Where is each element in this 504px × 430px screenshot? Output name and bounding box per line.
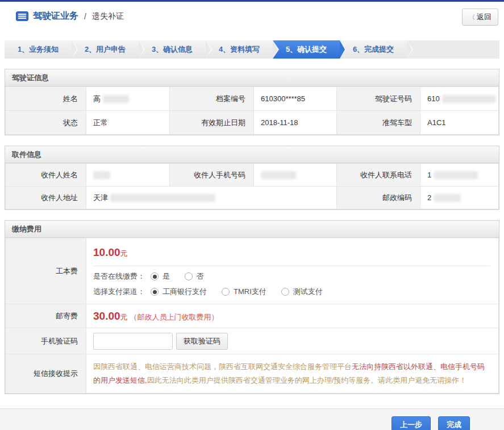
step-3-confirm-info[interactable]: 3、确认信息 [139,40,206,59]
recipient-phone-label: 收件人联系电话 [337,164,420,187]
radio-unselected-icon [185,272,193,280]
redacted-value [103,95,129,103]
postal-code-value: 2 [420,187,499,209]
payment-panel: 缴纳费用 工本费 10.00元 是否在线缴费： 是 否 选择支付渠道： 工商银行… [5,220,499,394]
recipient-mobile-label: 收件人手机号码 [170,164,254,187]
table-row: 收件人姓名 收件人手机号码 收件人联系电话 1 [6,164,499,187]
license-number-value: 610 [420,87,499,111]
redacted-value [442,95,496,103]
file-number-label: 档案编号 [170,87,254,111]
radio-selected-icon [151,288,159,296]
name-label: 姓名 [6,87,86,111]
sms-code-label: 手机验证码 [6,328,86,354]
table-row: 姓名 高 档案编号 610300****85 驾驶证号码 610 [6,87,499,111]
prev-step-button[interactable]: 上一步 [391,416,431,430]
finish-button[interactable]: 完成 [438,416,470,430]
table-row: 收件人地址 天津 邮政编码 2 [6,187,499,209]
expiry-date-value: 2018-11-18 [254,111,337,135]
redacted-value [110,194,215,202]
pickup-info-title: 取件信息 [5,146,499,163]
sms-notice-label: 短信接收提示 [6,354,86,394]
status-label: 状态 [6,111,86,135]
online-pay-question: 是否在线缴费： [93,271,145,282]
back-label: 返回 [477,13,491,21]
mail-fee-note: （邮政人员上门收取费用） [130,313,219,321]
table-row: 短信接收提示 因陕西省联通、电信运营商技术问题，陕西省互联网交通安全综合服务管理… [6,354,499,394]
expiry-date-label: 有效期止日期 [170,111,254,135]
postal-code-label: 邮政编码 [337,187,420,209]
file-number-value: 610300****85 [254,87,337,111]
sms-notice-text: 因陕西省联通、电信运营商技术问题，陕西省互联网交通安全综合服务管理平台无法向持陕… [86,354,499,394]
radio-channel-tmri[interactable]: TMRI支付 [222,287,266,297]
radio-channel-test[interactable]: 测试支付 [281,287,323,297]
radio-unselected-icon [281,288,289,296]
recipient-name-label: 收件人姓名 [6,164,86,187]
back-chevron-icon: 〈 [469,14,475,20]
wizard-filler [407,40,499,59]
breadcrumb-current: 遗失补证 [92,11,124,22]
vehicle-class-value: A1C1 [420,111,499,135]
mail-fee-label: 邮寄费 [6,304,86,328]
mail-fee-amount: 30.00 [93,310,120,322]
radio-unselected-icon [222,288,230,296]
license-info-panel: 驾驶证信息 姓名 高 档案编号 610300****85 驾驶证号码 610 状… [5,69,499,135]
sms-code-input[interactable] [93,333,173,350]
payment-title: 缴纳费用 [5,221,499,238]
redacted-value [261,171,296,179]
sms-code-cell: 获取验证码 [86,328,499,354]
recipient-address-value: 天津 [86,187,337,209]
production-fee-label: 工本费 [6,238,86,304]
step-wizard: 1、业务须知 2、用户申告 3、确认信息 4、资料填写 5、确认提交 6、完成提… [5,40,499,59]
recipient-name-value [86,164,170,187]
redacted-value [434,171,478,179]
status-value: 正常 [86,111,170,135]
production-fee-unit: 元 [120,249,128,258]
notice-segment: 因此无法向此类用户提供陕西省交通管理业务的网上办理/预约等服务。请此类用户避免无… [147,376,467,384]
radio-selected-icon [151,272,159,280]
list-icon [16,11,28,21]
pickup-info-panel: 取件信息 收件人姓名 收件人手机号码 收件人联系电话 1 收件人地址 天津 邮政… [5,146,499,210]
name-value: 高 [86,87,170,111]
radio-online-yes[interactable]: 是 [151,271,170,282]
step-6-complete-submit[interactable]: 6、完成提交 [340,40,407,59]
notice-segment: 因陕西省联通、电信运营商技术问题，陕西省互联网交通安全综合服务管理平台 [93,362,352,371]
table-row: 手机验证码 获取验证码 [6,328,499,354]
production-fee-amount: 10.00 [93,246,120,258]
footer-bar: 上一步 完成 [0,408,504,430]
recipient-mobile-value [254,164,337,187]
recipient-address-label: 收件人地址 [6,187,86,209]
table-row: 状态 正常 有效期止日期 2018-11-18 准驾车型 A1C1 [6,111,499,135]
breadcrumb-separator: / [84,12,86,21]
page-title: 驾驶证业务 [33,10,78,22]
recipient-phone-value: 1 [420,164,499,187]
get-code-button[interactable]: 获取验证码 [176,333,228,350]
step-2-user-declaration[interactable]: 2、用户申告 [72,40,139,59]
production-fee-cell: 10.00元 是否在线缴费： 是 否 选择支付渠道： 工商银行支付 TMRI支付… [86,238,499,304]
radio-online-no[interactable]: 否 [185,271,204,282]
step-4-fill-data[interactable]: 4、资料填写 [206,40,273,59]
table-row: 邮寄费 30.00元（邮政人员上门收取费用） [6,304,499,328]
table-row: 工本费 10.00元 是否在线缴费： 是 否 选择支付渠道： 工商银行支付 TM… [6,238,499,304]
redacted-value [93,171,110,179]
radio-channel-icbc[interactable]: 工商银行支付 [151,287,207,297]
pay-channel-question: 选择支付渠道： [93,287,145,297]
page-header: 驾驶证业务 / 遗失补证 〈返回 [0,2,504,31]
mail-fee-unit: 元 [120,313,128,321]
mail-fee-cell: 30.00元（邮政人员上门收取费用） [86,304,499,328]
step-5-confirm-submit[interactable]: 5、确认提交 [273,40,340,59]
redacted-value [434,194,461,202]
license-number-label: 驾驶证号码 [337,87,420,111]
step-1-business-notice[interactable]: 1、业务须知 [5,40,72,59]
back-button[interactable]: 〈返回 [462,9,498,26]
license-info-title: 驾驶证信息 [5,69,499,86]
vehicle-class-label: 准驾车型 [337,111,420,135]
